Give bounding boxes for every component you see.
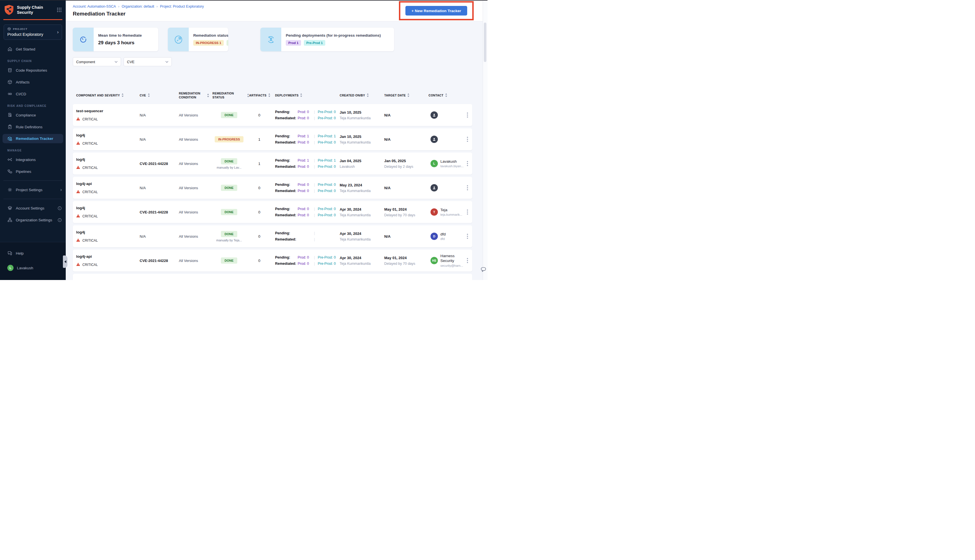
column-header-target-date[interactable]: Target Date (384, 93, 429, 97)
critical-warning-icon (76, 117, 80, 122)
column-header-label: Deployments (275, 93, 299, 97)
info-icon[interactable] (58, 218, 62, 222)
module-grid-icon[interactable] (57, 7, 62, 12)
deployment-line: Pending:Prod: 1|Pre-Prod: 1 (275, 158, 340, 162)
deployments-cell: Pending:Prod: 0|Pre-Prod: 0Remediated:Pr… (269, 110, 340, 120)
pipelines-icon (7, 169, 12, 174)
chevron-right-icon: › (60, 187, 62, 192)
breadcrumb-link-project[interactable]: Project: Product Exploratory (160, 5, 204, 8)
contact-avatar: L (431, 160, 438, 167)
cve-cell: CVE-2021-44228 (136, 162, 175, 166)
sidebar-item-organization-settings[interactable]: Organization Settings (0, 215, 66, 225)
user-menu[interactable]: L Lavakush (0, 263, 66, 273)
column-header-component-and-severity[interactable]: Component and Severity (73, 93, 136, 97)
breadcrumb-link-account[interactable]: Account: Automation-SSCA (73, 5, 116, 8)
column-header-contact[interactable]: Contact (429, 93, 462, 97)
new-remediation-tracker-button[interactable]: + New Remediation Tracker (406, 6, 467, 15)
severity: CRITICAL (76, 238, 136, 243)
filter-cve-dropdown[interactable]: CVE (124, 57, 172, 66)
sidebar-item-project-settings[interactable]: Project Settings › (0, 185, 66, 195)
artifacts-cell: 0 (249, 210, 269, 214)
app-title: Supply Chain Security (17, 5, 48, 15)
created-date: Apr 30, 2024 (340, 256, 384, 260)
nav-divider (3, 180, 62, 181)
row-actions-kebab[interactable] (462, 185, 472, 190)
supply-chain-security-logo-icon (4, 5, 14, 15)
row-actions-kebab[interactable] (462, 210, 472, 215)
sidebar-item-integrations[interactable]: Integrations (0, 155, 66, 164)
sidebar-item-artifacts[interactable]: Artifacts (0, 77, 66, 87)
contact-cell (429, 112, 462, 119)
scrollbar-thumb[interactable] (484, 23, 486, 62)
separator: | (314, 231, 315, 235)
project-selector[interactable]: PROJECT Product Exploratory › (4, 25, 62, 40)
column-header-label: Artifacts (249, 93, 267, 97)
feedback-chat-icon[interactable] (480, 266, 487, 273)
sidebar-item-rule-definitions[interactable]: Rule Definitions (0, 122, 66, 132)
sidebar-item-label: Remediation Tracker (16, 137, 53, 141)
contact-detail: security@harn... (441, 264, 463, 267)
row-actions-kebab[interactable] (462, 258, 472, 263)
sidebar-item-pipelines[interactable]: Pipelines (0, 167, 66, 176)
critical-warning-icon (76, 214, 80, 218)
separator: | (314, 189, 315, 193)
created-date: Jan 04, 2025 (340, 159, 384, 163)
sidebar-item-compliance[interactable]: Compliance (0, 110, 66, 120)
nav-section-label: SUPPLY CHAIN (7, 60, 66, 63)
column-header-created-on-by[interactable]: Created On/By (340, 93, 384, 97)
contact-name: Lavakush (441, 159, 464, 164)
contact-name: Teja (441, 208, 462, 213)
breadcrumb-link-organization[interactable]: Organization: default (122, 5, 154, 8)
sidebar-collapse-handle[interactable] (63, 255, 67, 268)
sidebar-item-label: Compliance (16, 113, 36, 117)
sidebar-item-account-settings[interactable]: Account Settings (0, 203, 66, 213)
target-delay-note: Delayed by 2 days (384, 165, 429, 168)
sort-icon (367, 93, 369, 97)
sidebar-item-label: Rule Definitions (16, 125, 43, 129)
user-avatar: L (7, 265, 13, 271)
sidebar-item-code-repositories[interactable]: Code Repositories (0, 65, 66, 75)
cve-cell: N/A (136, 234, 175, 238)
separator: | (314, 140, 315, 144)
cve-cell: N/A (136, 113, 175, 117)
column-header-remediation-condition[interactable]: Remediation Condition (175, 92, 209, 99)
scrollbar[interactable] (483, 0, 488, 280)
component-cell: log4jCRITICAL (73, 206, 136, 218)
column-header-deployments[interactable]: Deployments (269, 93, 340, 97)
sidebar-item-get-started[interactable]: Get Started (0, 44, 66, 54)
deployments-cell: Pending:Prod: 0|Pre-Prod: 0Remediated:Pr… (269, 207, 340, 217)
column-header-label: Component and Severity (76, 93, 120, 97)
info-icon[interactable] (58, 206, 62, 210)
contact-info: dfddfd (441, 232, 446, 241)
prod-count: Prod: 0 (298, 110, 311, 114)
filter-value: CVE (127, 60, 135, 64)
deployment-label: Remediated: (275, 189, 298, 193)
component-name: log4j-api (76, 254, 136, 258)
status-badge: DONE (221, 185, 237, 191)
column-header-label: Remediation Status (212, 92, 245, 99)
help-button[interactable]: Help (0, 248, 66, 258)
rules-icon (7, 124, 12, 130)
sidebar-item-remediation-tracker[interactable]: Remediation Tracker (3, 134, 63, 143)
row-actions-kebab[interactable] (462, 161, 472, 166)
cve-cell: N/A (136, 137, 175, 142)
target-date-cell: N/A (384, 137, 429, 142)
column-header-artifacts[interactable]: Artifacts (249, 93, 269, 97)
row-actions-kebab[interactable] (462, 137, 472, 142)
critical-warning-icon (76, 238, 80, 243)
infinity-icon (7, 92, 12, 97)
contact-info: Harness Securitysecurity@harn... (441, 254, 463, 267)
deployment-line: Remediated:Prod: 0|Pre-Prod: 0 (275, 189, 340, 193)
column-header-cve[interactable]: CVE (136, 93, 175, 97)
row-actions-kebab[interactable] (462, 113, 472, 118)
card-title: Mean time to Remediate (98, 33, 142, 38)
person-avatar-icon (431, 112, 438, 119)
separator: | (314, 280, 315, 280)
target-date: N/A (384, 234, 429, 238)
compliance-icon (7, 113, 12, 118)
row-actions-kebab[interactable] (462, 234, 472, 239)
column-header-remediation-status[interactable]: Remediation Status (209, 92, 249, 99)
sidebar-item-ci-cd[interactable]: CI/CD (0, 89, 66, 99)
table-row: log4j-apiCRITICALN/AAll VersionsDONE0Pen… (73, 177, 472, 199)
filter-component-dropdown[interactable]: Component (73, 57, 121, 66)
